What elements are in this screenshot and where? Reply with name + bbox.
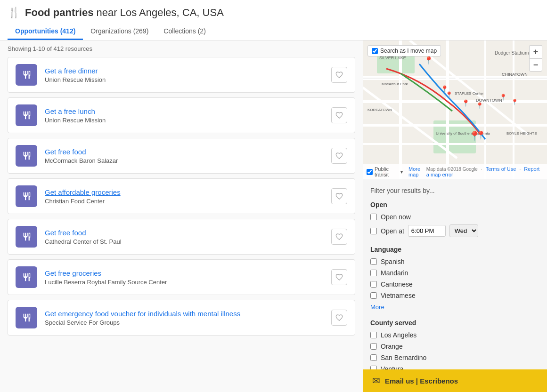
public-transit-checkbox[interactable]: [367, 169, 373, 175]
right-panel: SILVER LAKE Dodger Stadium MacArthur Par…: [363, 40, 547, 392]
resource-title[interactable]: Get affordable groceries: [45, 188, 121, 196]
filter-option-spanish: Spanish: [370, 258, 539, 265]
zoom-in-button[interactable]: +: [529, 45, 542, 58]
tab-organizations[interactable]: Organizations (269): [83, 24, 156, 40]
vietnamese-checkbox[interactable]: [370, 292, 377, 299]
filter-section-open-title: Open: [370, 201, 539, 208]
tab-collections[interactable]: Collections (2): [156, 24, 213, 40]
fork-knife-icon: [21, 70, 32, 80]
los-angeles-label: Los Angeles: [381, 331, 416, 339]
resource-content: Get free food McCormack Baron Salazar: [45, 148, 324, 164]
search-as-move-checkbox[interactable]: [372, 48, 378, 54]
favorite-button[interactable]: [331, 229, 347, 245]
favorite-button[interactable]: [331, 67, 347, 83]
resource-title[interactable]: Get free food: [45, 229, 86, 237]
heart-icon: [335, 152, 343, 160]
tab-bar: Opportunities (412) Organizations (269) …: [8, 24, 539, 40]
resource-icon: [16, 185, 37, 207]
map-bottom-bar: Public transit ▾ More map Map data ©2018…: [363, 164, 547, 179]
list-item: Get free food Cathedral Center of St. Pa…: [8, 219, 355, 255]
favorite-button[interactable]: [331, 188, 347, 204]
resource-title[interactable]: Get free food: [45, 148, 86, 156]
filter-section-language: Language Spanish Mandarin Cantonese Viet…: [370, 246, 539, 311]
filter-option-cantonese: Cantonese: [370, 280, 539, 288]
filter-option-los-angeles: Los Angeles: [370, 331, 539, 339]
language-more-link[interactable]: More: [370, 304, 384, 311]
orange-checkbox[interactable]: [370, 343, 377, 350]
filter-option-open-now: Open now: [370, 213, 539, 221]
fork-knife-icon: [21, 232, 32, 242]
map-svg: SILVER LAKE Dodger Stadium MacArthur Par…: [363, 40, 547, 179]
resource-org: Union Rescue Mission: [45, 117, 324, 124]
los-angeles-checkbox[interactable]: [370, 332, 377, 338]
mandarin-checkbox[interactable]: [370, 270, 377, 276]
open-at-day-select[interactable]: Wed Mon Tue Thu Fri Sat Sun: [449, 224, 478, 237]
list-item: Get free groceries Lucille Beserra Royba…: [8, 259, 355, 295]
resource-title[interactable]: Get emergency food voucher for individua…: [45, 310, 240, 318]
resource-title[interactable]: Get a free lunch: [45, 107, 95, 115]
open-now-checkbox[interactable]: [370, 214, 377, 220]
san-bernardino-label: San Bernardino: [381, 354, 426, 361]
open-at-checkbox[interactable]: [370, 228, 377, 234]
page-title: Food pantries near Los Angeles, CA, USA: [25, 7, 224, 19]
filter-title: Filter your results by...: [370, 187, 539, 194]
heart-icon: [335, 314, 343, 321]
resource-content: Get a free lunch Union Rescue Mission: [45, 107, 324, 124]
ventura-checkbox[interactable]: [370, 366, 377, 369]
heart-icon: [335, 192, 343, 200]
map-area: SILVER LAKE Dodger Stadium MacArthur Par…: [363, 40, 547, 179]
list-item: Get affordable groceries Christian Food …: [8, 178, 355, 214]
resource-icon: [16, 104, 37, 126]
resource-icon: [16, 226, 37, 248]
filter-section-language-title: Language: [370, 246, 539, 253]
filter-option-ventura: Ventura: [370, 365, 539, 369]
open-at-time-input[interactable]: [408, 225, 446, 237]
resource-org: Special Service For Groups: [45, 319, 324, 326]
results-count: Showing 1-10 of 412 resources: [0, 40, 363, 57]
cantonese-checkbox[interactable]: [370, 281, 377, 288]
san-bernardino-checkbox[interactable]: [370, 354, 377, 361]
resource-org: Lucille Beserra Roybal Family Source Cen…: [45, 279, 324, 286]
list-item: Get emergency food voucher for individua…: [8, 300, 355, 336]
filter-option-mandarin: Mandarin: [370, 269, 539, 277]
zoom-out-button[interactable]: −: [529, 58, 542, 72]
resource-title[interactable]: Get free groceries: [45, 269, 101, 277]
map-attribution-group: Map data ©2018 Google · Terms of Use · R…: [426, 166, 543, 177]
filter-option-open-at: Open at Wed Mon Tue Thu Fri Sat Sun: [370, 224, 539, 237]
spanish-checkbox[interactable]: [370, 258, 377, 265]
favorite-button[interactable]: [331, 148, 347, 164]
resource-icon: [16, 64, 37, 86]
search-as-move-control: Search as I move map: [367, 45, 441, 56]
resource-title[interactable]: Get a free dinner: [45, 67, 98, 75]
fork-knife-icon: [21, 110, 32, 120]
resource-icon: [16, 307, 37, 328]
map-data-attribution: Map data ©2018 Google: [426, 167, 478, 172]
fork-knife-icon: [21, 151, 32, 161]
cantonese-label: Cantonese: [381, 280, 413, 288]
search-as-move-label: Search as I move map: [380, 48, 437, 54]
svg-text:📍: 📍: [476, 130, 486, 140]
svg-text:📍: 📍: [476, 102, 484, 110]
email-label: Email us | Escribenos: [385, 377, 458, 385]
terms-of-use-link[interactable]: Terms of Use: [486, 166, 516, 172]
resource-content: Get free food Cathedral Center of St. Pa…: [45, 229, 324, 245]
favorite-button[interactable]: [331, 310, 347, 326]
tab-opportunities[interactable]: Opportunities (412): [8, 24, 83, 40]
resource-content: Get emergency food voucher for individua…: [45, 310, 324, 326]
svg-text:STAPLES Center: STAPLES Center: [455, 91, 484, 96]
svg-text:📍: 📍: [511, 98, 518, 105]
header: 🍴 Food pantries near Los Angeles, CA, US…: [0, 0, 547, 40]
svg-text:BOYLE HEIGHTS: BOYLE HEIGHTS: [506, 131, 537, 136]
open-now-label: Open now: [381, 213, 411, 221]
email-bar[interactable]: ✉ Email us | Escribenos: [363, 369, 547, 392]
svg-text:📍: 📍: [424, 56, 433, 65]
svg-text:CHINATOWN: CHINATOWN: [502, 72, 528, 77]
heart-icon: [335, 233, 343, 240]
svg-text:KOREATOWN: KOREATOWN: [367, 108, 392, 112]
svg-text:📍: 📍: [499, 93, 507, 101]
list-item: Get free food McCormack Baron Salazar: [8, 138, 355, 174]
favorite-button[interactable]: [331, 269, 347, 285]
resource-content: Get affordable groceries Christian Food …: [45, 188, 324, 205]
favorite-button[interactable]: [331, 107, 347, 123]
more-map-link[interactable]: More map: [408, 166, 426, 177]
